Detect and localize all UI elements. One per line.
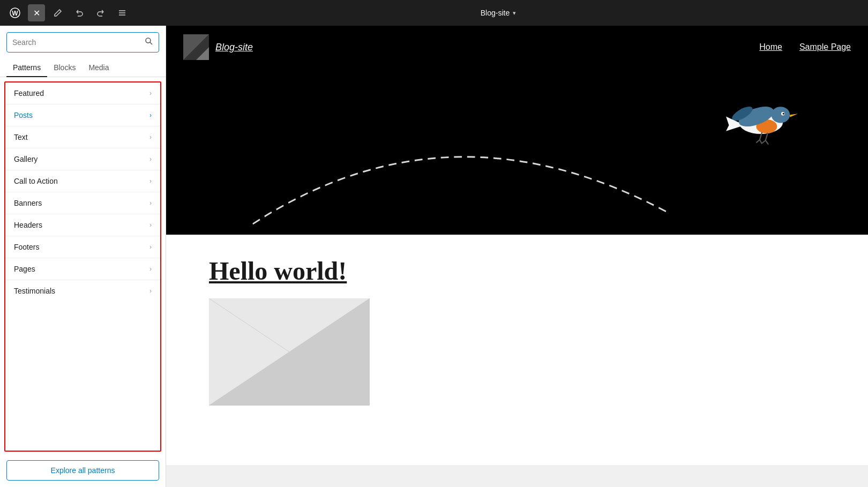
pattern-item-headers[interactable]: Headers › bbox=[5, 214, 160, 236]
chevron-right-icon: › bbox=[149, 177, 152, 185]
hero-site-name: Blog-site bbox=[215, 42, 253, 53]
pattern-item-label: Featured bbox=[14, 89, 44, 98]
svg-point-15 bbox=[783, 113, 784, 115]
svg-line-21 bbox=[766, 140, 768, 145]
svg-text:W: W bbox=[12, 10, 18, 17]
pattern-item-label: Testimonials bbox=[14, 287, 55, 295]
chevron-right-icon: › bbox=[149, 221, 152, 229]
blog-title: Hello world! bbox=[209, 256, 825, 286]
content-area: Blog-site Home Sample Page bbox=[166, 26, 868, 487]
tabs: Patterns Blocks Media bbox=[0, 59, 166, 77]
svg-line-18 bbox=[760, 140, 762, 144]
pattern-item-label: Footers bbox=[14, 243, 39, 251]
pattern-item-posts[interactable]: Posts › bbox=[5, 104, 160, 126]
sidebar: Patterns Blocks Media Featured › Posts ›… bbox=[0, 26, 166, 487]
search-area bbox=[0, 26, 166, 59]
chevron-right-icon: › bbox=[149, 89, 152, 97]
page-title[interactable]: Blog-site ▾ bbox=[481, 9, 516, 17]
nav-link-sample-page[interactable]: Sample Page bbox=[799, 42, 851, 52]
pattern-item-gallery[interactable]: Gallery › bbox=[5, 148, 160, 170]
page-title-text: Blog-site bbox=[481, 9, 510, 17]
hero-content bbox=[166, 69, 868, 235]
toolbar: W ✕ Blog-site ▾ bbox=[0, 0, 868, 26]
search-wrapper bbox=[6, 32, 159, 53]
svg-line-23 bbox=[209, 298, 370, 406]
hero-nav: Blog-site Home Sample Page bbox=[166, 26, 868, 69]
wp-logo[interactable]: W bbox=[6, 4, 24, 21]
chevron-right-icon: › bbox=[149, 155, 152, 163]
chevron-right-icon: › bbox=[149, 199, 152, 207]
pattern-item-pages[interactable]: Pages › bbox=[5, 258, 160, 280]
tab-media[interactable]: Media bbox=[82, 59, 115, 77]
hero-nav-links: Home Sample Page bbox=[759, 42, 851, 52]
pattern-item-label: Posts bbox=[14, 111, 33, 119]
close-button[interactable]: ✕ bbox=[28, 4, 45, 21]
pattern-item-label: Headers bbox=[14, 221, 42, 229]
svg-line-19 bbox=[766, 133, 768, 140]
svg-point-5 bbox=[146, 38, 151, 43]
blog-image-placeholder bbox=[209, 298, 370, 406]
pattern-item-testimonials[interactable]: Testimonials › bbox=[5, 280, 160, 302]
pattern-item-label: Banners bbox=[14, 199, 42, 207]
undo-button[interactable] bbox=[71, 4, 88, 21]
svg-line-6 bbox=[150, 42, 152, 44]
main-layout: Patterns Blocks Media Featured › Posts ›… bbox=[0, 26, 868, 487]
hero-bird-svg bbox=[718, 85, 804, 154]
pattern-item-label: Call to Action bbox=[14, 177, 58, 185]
chevron-right-icon: › bbox=[149, 111, 152, 119]
chevron-right-icon: › bbox=[149, 133, 152, 141]
pattern-item-label: Gallery bbox=[14, 155, 38, 163]
tab-patterns[interactable]: Patterns bbox=[6, 59, 47, 77]
pattern-item-footers[interactable]: Footers › bbox=[5, 236, 160, 258]
svg-line-17 bbox=[756, 140, 760, 143]
pattern-item-featured[interactable]: Featured › bbox=[5, 83, 160, 104]
pattern-item-text[interactable]: Text › bbox=[5, 126, 160, 148]
chevron-right-icon: › bbox=[149, 265, 152, 273]
search-button[interactable] bbox=[139, 33, 159, 52]
pattern-item-label: Text bbox=[14, 133, 28, 141]
pattern-list: Featured › Posts › Text › Gallery › Call… bbox=[4, 81, 161, 452]
hero-section: Blog-site Home Sample Page bbox=[166, 26, 868, 235]
pattern-item-call-to-action[interactable]: Call to Action › bbox=[5, 170, 160, 192]
pattern-item-banners[interactable]: Banners › bbox=[5, 192, 160, 214]
pattern-item-label: Pages bbox=[14, 265, 35, 273]
hero-logo-area: Blog-site bbox=[183, 34, 253, 60]
hero-logo-box bbox=[183, 34, 209, 60]
redo-button[interactable] bbox=[92, 4, 109, 21]
chevron-down-icon: ▾ bbox=[513, 10, 516, 17]
chevron-right-icon: › bbox=[149, 287, 152, 295]
svg-line-20 bbox=[762, 140, 766, 143]
svg-line-24 bbox=[209, 298, 370, 406]
list-view-button[interactable] bbox=[114, 4, 131, 21]
explore-all-patterns-button[interactable]: Explore all patterns bbox=[6, 460, 159, 481]
svg-rect-22 bbox=[209, 298, 370, 406]
svg-point-8 bbox=[772, 107, 790, 123]
search-input[interactable] bbox=[7, 34, 139, 51]
chevron-right-icon: › bbox=[149, 243, 152, 251]
svg-marker-9 bbox=[790, 114, 798, 117]
nav-link-home[interactable]: Home bbox=[759, 42, 782, 52]
hero-arc-svg bbox=[209, 128, 691, 235]
edit-button[interactable] bbox=[49, 4, 66, 21]
tab-blocks[interactable]: Blocks bbox=[47, 59, 82, 77]
blog-section: Hello world! bbox=[166, 235, 868, 465]
